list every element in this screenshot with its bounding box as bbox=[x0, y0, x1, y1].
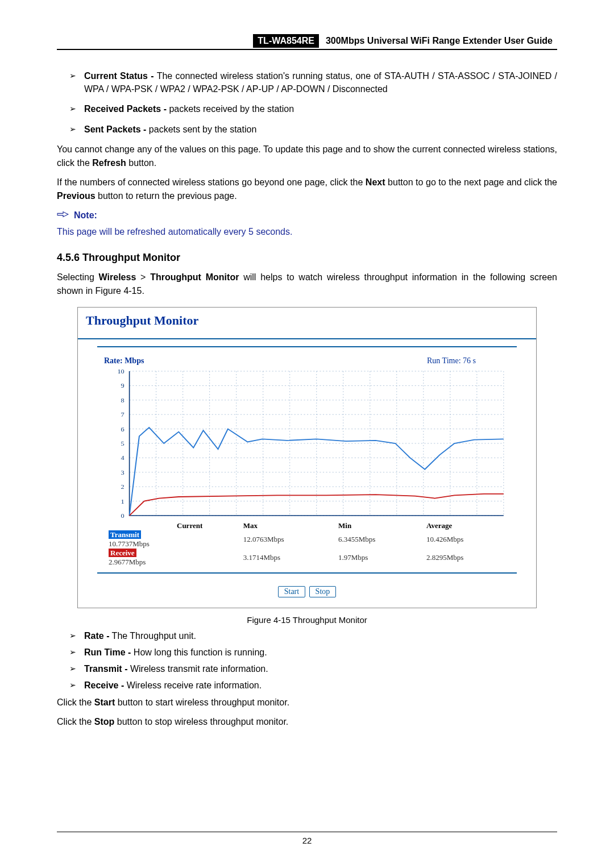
figure-title: Throughput Monitor bbox=[78, 308, 536, 339]
bullet-desc: packets received by the station bbox=[167, 104, 294, 114]
paragraph: Click the Start button to start wireless… bbox=[57, 696, 557, 709]
table-row: Receive 2.9677Mbps 3.1714Mbps 1.97Mbps 2… bbox=[104, 549, 510, 567]
receive-badge: Receive bbox=[109, 549, 136, 557]
list-item: Run Time - How long this function is run… bbox=[69, 646, 557, 659]
svg-text:7: 7 bbox=[121, 412, 125, 418]
list-item: Rate - The Throughput unit. bbox=[69, 629, 557, 642]
svg-text:6: 6 bbox=[121, 426, 125, 433]
note-heading: Note: bbox=[57, 210, 557, 221]
col-current: Current bbox=[172, 521, 239, 530]
svg-text:10: 10 bbox=[117, 368, 124, 375]
bottom-bullet-list: Rate - The Throughput unit. Run Time - H… bbox=[57, 629, 557, 692]
throughput-figure: Throughput Monitor Rate: Mbps Run Time: … bbox=[77, 307, 537, 608]
start-button[interactable]: Start bbox=[278, 586, 305, 597]
list-item: Transmit - Wireless transmit rate inform… bbox=[69, 662, 557, 675]
list-item: Receive - Wireless receive rate informat… bbox=[69, 679, 557, 692]
svg-text:5: 5 bbox=[121, 440, 125, 447]
figure-caption: Figure 4-15 Throughput Monitor bbox=[57, 615, 557, 625]
page-header: TL-WA854RE 300Mbps Universal WiFi Range … bbox=[57, 34, 557, 50]
runtime-label: Run Time: 76 s bbox=[427, 356, 510, 366]
paragraph: You cannot change any of the values on t… bbox=[57, 143, 557, 170]
pointing-hand-icon bbox=[57, 210, 69, 221]
col-min: Min bbox=[334, 521, 422, 530]
col-max: Max bbox=[239, 521, 334, 530]
bullet-desc: The connected wireless station's running… bbox=[84, 71, 557, 94]
legend-table: Current Max Min Average Transmit 10.7737… bbox=[104, 521, 510, 567]
list-item: Received Packets - packets received by t… bbox=[69, 102, 557, 115]
list-item: Current Status - The connected wireless … bbox=[69, 69, 557, 95]
paragraph: If the numbers of connected wireless sta… bbox=[57, 176, 557, 203]
svg-text:2: 2 bbox=[121, 484, 125, 491]
svg-text:8: 8 bbox=[121, 397, 125, 404]
bullet-desc: packets sent by the station bbox=[146, 124, 256, 134]
page-number: 22 bbox=[302, 836, 312, 845]
table-row: Transmit 10.7737Mbps 12.0763Mbps 6.3455M… bbox=[104, 530, 510, 549]
bullet-label: Current Status - bbox=[84, 71, 154, 81]
paragraph: Selecting Wireless > Throughput Monitor … bbox=[57, 271, 557, 298]
chart-area: Rate: Mbps Run Time: 76 s 012345678910 C… bbox=[97, 346, 517, 574]
svg-text:0: 0 bbox=[121, 512, 125, 519]
section-heading: 4.5.6 Throughput Monitor bbox=[57, 252, 557, 264]
transmit-badge: Transmit bbox=[109, 530, 141, 539]
svg-text:1: 1 bbox=[121, 498, 125, 505]
list-item: Sent Packets - packets sent by the stati… bbox=[69, 123, 557, 136]
model-badge: TL-WA854RE bbox=[253, 34, 319, 48]
throughput-chart: 012345678910 bbox=[104, 368, 510, 521]
note-label: Note: bbox=[74, 210, 97, 221]
svg-text:3: 3 bbox=[121, 469, 125, 476]
doc-title: 300Mbps Universal WiFi Range Extender Us… bbox=[319, 34, 557, 48]
svg-text:9: 9 bbox=[121, 383, 125, 389]
page-footer: 22 bbox=[57, 832, 557, 845]
figure-buttons: Start Stop bbox=[78, 576, 536, 608]
col-avg: Average bbox=[422, 521, 510, 530]
note-body: This page will be refreshed automaticall… bbox=[57, 227, 557, 237]
bullet-label: Sent Packets - bbox=[84, 124, 146, 134]
stop-button[interactable]: Stop bbox=[309, 586, 337, 597]
bullet-label: Received Packets - bbox=[84, 104, 167, 114]
paragraph: Click the Stop button to stop wireless t… bbox=[57, 715, 557, 729]
rate-label: Rate: Mbps bbox=[104, 356, 144, 366]
chart-svg-container: 012345678910 bbox=[104, 368, 510, 521]
top-bullet-list: Current Status - The connected wireless … bbox=[57, 69, 557, 136]
svg-text:4: 4 bbox=[121, 455, 125, 462]
